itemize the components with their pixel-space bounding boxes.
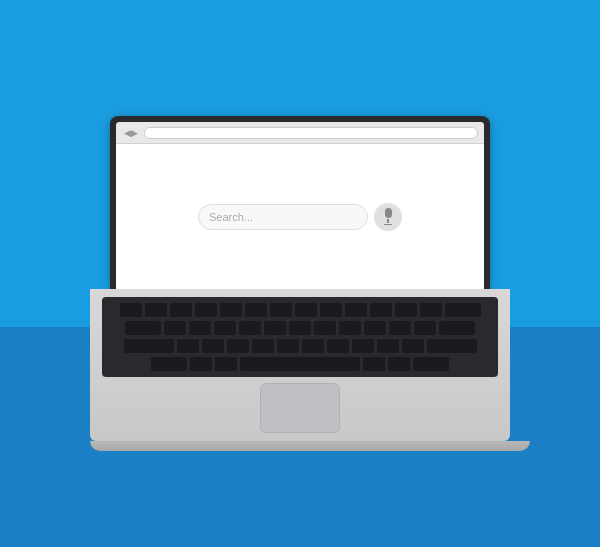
key[interactable] (327, 339, 349, 353)
key-row-3 (110, 339, 490, 353)
mic-button[interactable] (374, 203, 402, 231)
key[interactable] (445, 303, 481, 317)
browser-window: ◀▶ Search... (116, 122, 484, 289)
key-row-1 (110, 303, 490, 317)
key[interactable] (220, 303, 242, 317)
key[interactable] (277, 339, 299, 353)
key[interactable] (402, 339, 424, 353)
key[interactable] (202, 339, 224, 353)
key[interactable] (388, 357, 410, 371)
key[interactable] (252, 339, 274, 353)
search-placeholder: Search... (209, 211, 253, 223)
key[interactable] (145, 303, 167, 317)
key[interactable] (345, 303, 367, 317)
key[interactable] (239, 321, 261, 335)
browser-address-bar[interactable] (144, 127, 478, 139)
key[interactable] (120, 303, 142, 317)
key[interactable] (314, 321, 336, 335)
key[interactable] (339, 321, 361, 335)
laptop-bottom-edge (90, 441, 530, 451)
browser-content: Search... (116, 144, 484, 289)
search-input[interactable]: Search... (198, 204, 368, 230)
key[interactable] (289, 321, 311, 335)
browser-nav-buttons[interactable]: ◀▶ (122, 126, 140, 140)
key[interactable] (177, 339, 199, 353)
key[interactable] (164, 321, 186, 335)
key-row-4 (110, 357, 490, 371)
key[interactable] (395, 303, 417, 317)
key[interactable] (377, 339, 399, 353)
key[interactable] (420, 303, 442, 317)
key[interactable] (320, 303, 342, 317)
key[interactable] (439, 321, 475, 335)
keyboard-base (90, 289, 510, 441)
microphone-icon (384, 208, 392, 226)
browser-toolbar: ◀▶ (116, 122, 484, 144)
key[interactable] (151, 357, 187, 371)
key[interactable] (264, 321, 286, 335)
key[interactable] (214, 321, 236, 335)
trackpad[interactable] (260, 383, 340, 433)
key[interactable] (270, 303, 292, 317)
trackpad-area (102, 377, 498, 441)
key[interactable] (170, 303, 192, 317)
spacebar-key[interactable] (240, 357, 360, 371)
key[interactable] (190, 357, 212, 371)
key[interactable] (389, 321, 411, 335)
key[interactable] (125, 321, 161, 335)
key[interactable] (302, 339, 324, 353)
key[interactable] (364, 321, 386, 335)
key[interactable] (413, 357, 449, 371)
key[interactable] (363, 357, 385, 371)
key[interactable] (245, 303, 267, 317)
key[interactable] (195, 303, 217, 317)
key-row-2 (110, 321, 490, 335)
key[interactable] (295, 303, 317, 317)
key[interactable] (215, 357, 237, 371)
key[interactable] (414, 321, 436, 335)
laptop: ◀▶ Search... (90, 116, 510, 451)
key[interactable] (227, 339, 249, 353)
key[interactable] (427, 339, 477, 353)
key[interactable] (189, 321, 211, 335)
key[interactable] (124, 339, 174, 353)
laptop-screen: ◀▶ Search... (110, 116, 490, 289)
key[interactable] (370, 303, 392, 317)
search-bar-container: Search... (198, 203, 402, 231)
key[interactable] (352, 339, 374, 353)
keyboard-area (102, 297, 498, 377)
